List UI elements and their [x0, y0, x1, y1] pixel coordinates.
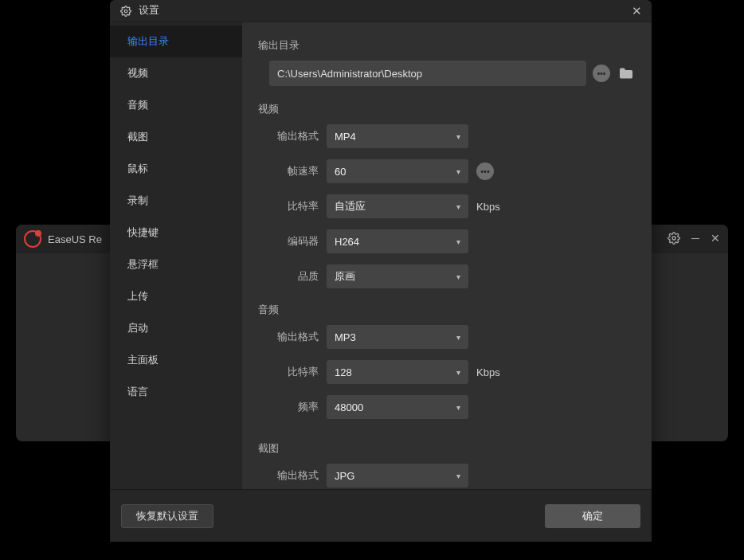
- chevron-down-icon: ▾: [456, 132, 460, 141]
- select-audio-bitrate[interactable]: 128 ▾: [327, 360, 468, 384]
- select-value: H264: [335, 236, 359, 248]
- modal-title: 设置: [139, 4, 159, 18]
- sidebar-item-output-dir[interactable]: 输出目录: [110, 25, 242, 57]
- label-samplerate: 频率: [258, 401, 319, 414]
- chevron-down-icon: ▾: [456, 368, 460, 377]
- sidebar-item-label: 鼠标: [127, 163, 148, 174]
- select-value: JPG: [335, 470, 354, 482]
- modal-footer: 恢复默认设置 确定: [110, 489, 652, 542]
- browse-more-button[interactable]: •••: [593, 65, 610, 82]
- settings-modal: 设置 ✕ 输出目录 视频 音频 截图 鼠标 录制 快捷键 悬浮框 上传 启动 主…: [110, 0, 652, 542]
- sidebar-item-language[interactable]: 语言: [110, 376, 242, 408]
- settings-sidebar: 输出目录 视频 音频 截图 鼠标 录制 快捷键 悬浮框 上传 启动 主面板 语言: [110, 22, 242, 489]
- app-logo-icon: [24, 230, 41, 248]
- label-encoder: 编码器: [258, 235, 319, 249]
- label-audio-bitrate: 比特率: [258, 366, 319, 379]
- sidebar-item-startup[interactable]: 启动: [110, 312, 242, 344]
- section-title-output-dir: 输出目录: [258, 38, 636, 53]
- chevron-down-icon: ▾: [456, 403, 460, 412]
- sidebar-item-label: 视频: [127, 67, 148, 79]
- section-title-video: 视频: [258, 102, 636, 116]
- chevron-down-icon: ▾: [456, 472, 460, 480]
- label-quality: 品质: [258, 270, 319, 284]
- select-value: 60: [335, 166, 346, 178]
- select-video-bitrate[interactable]: 自适应 ▾: [327, 194, 468, 218]
- chevron-down-icon: ▾: [456, 333, 460, 342]
- close-icon[interactable]: ✕: [711, 232, 720, 247]
- sidebar-item-record[interactable]: 录制: [110, 185, 242, 217]
- select-screenshot-format[interactable]: JPG ▾: [327, 464, 468, 488]
- select-value: 48000: [335, 401, 363, 413]
- button-label: 恢复默认设置: [136, 509, 198, 523]
- gear-icon[interactable]: [668, 232, 680, 247]
- sidebar-item-video[interactable]: 视频: [110, 57, 242, 89]
- sidebar-item-label: 语言: [127, 386, 148, 397]
- select-video-format[interactable]: MP4 ▾: [327, 124, 468, 148]
- svg-point-0: [672, 237, 675, 240]
- label-video-format: 输出格式: [258, 130, 319, 143]
- sidebar-item-label: 主面板: [127, 354, 159, 366]
- chevron-down-icon: ▾: [456, 272, 460, 281]
- framerate-more-button[interactable]: •••: [476, 163, 494, 180]
- select-encoder[interactable]: H264 ▾: [327, 229, 468, 253]
- reset-defaults-button[interactable]: 恢复默认设置: [121, 504, 213, 528]
- section-title-audio: 音频: [258, 303, 636, 317]
- label-audio-format: 输出格式: [258, 331, 319, 344]
- chevron-down-icon: ▾: [456, 237, 460, 246]
- chevron-down-icon: ▾: [456, 167, 460, 176]
- sidebar-item-label: 输出目录: [127, 35, 169, 47]
- sidebar-item-label: 截图: [127, 131, 148, 143]
- chevron-down-icon: ▾: [456, 202, 460, 211]
- ok-button[interactable]: 确定: [545, 504, 640, 528]
- button-label: 确定: [582, 509, 603, 523]
- section-title-screenshot: 截图: [258, 441, 636, 456]
- select-audio-format[interactable]: MP3 ▾: [327, 325, 468, 349]
- sidebar-item-screenshot[interactable]: 截图: [110, 121, 242, 153]
- sidebar-item-hotkey[interactable]: 快捷键: [110, 217, 242, 249]
- sidebar-item-audio[interactable]: 音频: [110, 89, 242, 121]
- sidebar-item-label: 启动: [127, 322, 148, 334]
- label-video-bitrate: 比特率: [258, 200, 319, 213]
- modal-header: 设置 ✕: [110, 0, 652, 22]
- sidebar-item-float-frame[interactable]: 悬浮框: [110, 249, 242, 280]
- bitrate-unit: Kbps: [476, 366, 500, 378]
- sidebar-item-label: 上传: [127, 290, 148, 302]
- select-value: MP4: [335, 131, 356, 143]
- svg-point-1: [124, 10, 127, 13]
- open-folder-button[interactable]: [617, 65, 636, 81]
- select-value: 原画: [335, 269, 355, 284]
- select-value: 128: [335, 366, 352, 378]
- label-framerate: 帧速率: [258, 165, 319, 178]
- label-screenshot-format: 输出格式: [258, 469, 319, 483]
- sidebar-item-label: 快捷键: [127, 226, 159, 238]
- sidebar-item-upload[interactable]: 上传: [110, 280, 242, 312]
- close-icon[interactable]: ✕: [632, 4, 642, 18]
- sidebar-item-mouse[interactable]: 鼠标: [110, 153, 242, 185]
- sidebar-item-label: 音频: [127, 99, 148, 111]
- select-samplerate[interactable]: 48000 ▾: [327, 395, 468, 419]
- settings-content[interactable]: 输出目录 ••• 视频 输出格式 MP4 ▾ 帧速率 60: [242, 22, 652, 489]
- bitrate-unit: Kbps: [476, 201, 500, 213]
- gear-icon: [119, 5, 132, 18]
- select-value: MP3: [335, 331, 356, 343]
- minimize-icon[interactable]: ─: [691, 232, 699, 247]
- select-value: 自适应: [335, 199, 366, 213]
- app-title: EaseUS Re: [48, 233, 102, 245]
- select-quality[interactable]: 原画 ▾: [327, 264, 468, 288]
- sidebar-item-label: 悬浮框: [127, 258, 159, 270]
- select-framerate[interactable]: 60 ▾: [327, 159, 468, 183]
- sidebar-item-label: 录制: [127, 194, 148, 206]
- sidebar-item-main-panel[interactable]: 主面板: [110, 344, 242, 376]
- output-path-input[interactable]: [269, 61, 586, 86]
